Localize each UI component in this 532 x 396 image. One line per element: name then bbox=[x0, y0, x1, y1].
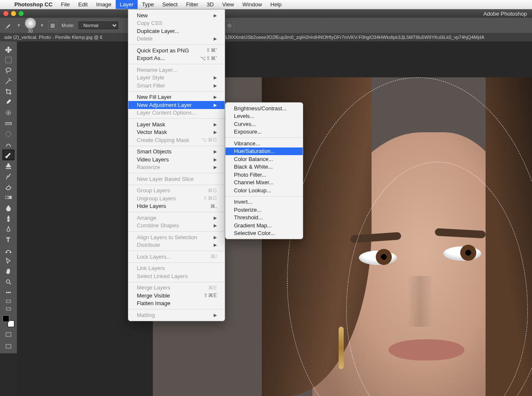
tool-direct[interactable] bbox=[3, 255, 14, 266]
tool-history[interactable] bbox=[3, 171, 14, 181]
document-tab-bar: ade (2)_vertical. Photo - Pernille Klemp… bbox=[0, 33, 532, 41]
menubar-item-image[interactable]: Image bbox=[92, 0, 116, 9]
gradient-icon bbox=[5, 194, 12, 201]
menubar-item-filter[interactable]: Filter bbox=[182, 0, 203, 9]
layer-menu-hide-layers[interactable]: Hide Layers⌘, bbox=[128, 202, 225, 210]
layer-menu-video-layers[interactable]: Video Layers▶ bbox=[128, 156, 225, 164]
tool-eyedropper[interactable] bbox=[3, 97, 14, 107]
layer-menu-smart-objects[interactable]: Smart Objects▶ bbox=[128, 148, 225, 156]
tool-ruler[interactable] bbox=[3, 118, 14, 128]
layer-menu-vector-mask[interactable]: Vector Mask▶ bbox=[128, 128, 225, 137]
menubar-item-window[interactable]: Window bbox=[238, 0, 266, 9]
adjustment-menu-color-balance[interactable]: Color Balance... bbox=[225, 155, 303, 163]
foreground-background-colors[interactable] bbox=[3, 315, 14, 327]
adjustment-menu-brightness-contrast[interactable]: Brightness/Contrast... bbox=[225, 104, 303, 112]
edit-toolbar-button[interactable] bbox=[3, 298, 14, 305]
menubar-item-3d[interactable]: 3D bbox=[203, 0, 218, 9]
layer-menu-quick-export-as-png[interactable]: Quick Export as PNG⇧⌘' bbox=[128, 46, 225, 55]
menu-item-label: Ungroup Layers bbox=[137, 195, 176, 202]
tool-stamp[interactable] bbox=[3, 160, 14, 171]
tool-brush[interactable] bbox=[3, 150, 14, 160]
history-icon bbox=[5, 173, 12, 180]
tool-more[interactable] bbox=[3, 287, 14, 298]
tool-crop[interactable] bbox=[3, 86, 14, 97]
menu-item-label: Threshold... bbox=[234, 214, 263, 221]
brush-preview-icon[interactable] bbox=[25, 18, 36, 29]
adjustment-menu-hue-saturation[interactable]: Hue/Saturation... bbox=[225, 147, 303, 156]
tool-path[interactable] bbox=[3, 245, 14, 255]
adjustment-menu-photo-filter[interactable]: Photo Filter... bbox=[225, 171, 303, 179]
adjustment-menu-selective-color[interactable]: Selective Color... bbox=[225, 229, 303, 238]
adjustment-menu-levels[interactable]: Levels... bbox=[225, 112, 303, 120]
adjustment-menu-posterize[interactable]: Posterize... bbox=[225, 206, 303, 214]
blend-mode-select[interactable]: Normal bbox=[79, 22, 118, 29]
layer-menu-rasterize: Rasterize▶ bbox=[128, 164, 225, 172]
tool-lasso[interactable] bbox=[3, 65, 14, 76]
tool-marquee[interactable] bbox=[3, 55, 14, 65]
document-tab-right[interactable]: lmfZPYk5SJ9XXmkUSb2oeee3O2fEup3m0_zqIH2H… bbox=[204, 35, 485, 40]
adjustment-menu-curves[interactable]: Curves... bbox=[225, 120, 303, 128]
menu-item-label: Video Layers bbox=[137, 156, 169, 163]
tool-mixer[interactable] bbox=[3, 139, 14, 150]
svg-text:T: T bbox=[6, 236, 10, 243]
wand-icon bbox=[5, 78, 12, 85]
menubar-item-edit[interactable]: Edit bbox=[74, 0, 92, 9]
layer-menu-export-as[interactable]: Export As...⌥⇧⌘' bbox=[128, 55, 225, 63]
adjustment-menu-vibrance[interactable]: Vibrance... bbox=[225, 139, 303, 147]
tool-zoom[interactable] bbox=[3, 276, 14, 287]
adjustment-menu-channel-mixer[interactable]: Channel Mixer... bbox=[225, 179, 303, 187]
layer-menu-new-adjustment-layer[interactable]: New Adjustment Layer▶ bbox=[128, 101, 225, 109]
blur-icon bbox=[5, 205, 12, 211]
adjustment-menu-color-lookup[interactable]: Color Lookup... bbox=[225, 186, 303, 194]
brush-dropdown-icon[interactable]: ▼ bbox=[17, 23, 21, 27]
tool-move[interactable] bbox=[3, 44, 14, 55]
tool-type[interactable]: T bbox=[3, 234, 14, 245]
adjustment-menu-exposure[interactable]: Exposure... bbox=[225, 128, 303, 136]
menubar-item-type[interactable]: Type bbox=[138, 0, 158, 9]
menubar-item-select[interactable]: Select bbox=[158, 0, 182, 9]
menu-item-label: Layer Content Options... bbox=[137, 109, 196, 116]
window-minimize-button[interactable] bbox=[11, 11, 16, 16]
adjustment-menu-invert[interactable]: Invert... bbox=[225, 198, 303, 206]
menubar-item-view[interactable]: View bbox=[218, 0, 238, 9]
layer-menu-layer-style: Layer Style▶ bbox=[128, 74, 225, 82]
menubar-item-layer[interactable]: Layer bbox=[116, 0, 138, 9]
tool-pen[interactable] bbox=[3, 224, 14, 234]
tool-wand[interactable] bbox=[3, 76, 14, 86]
adjustment-menu-gradient-map[interactable]: Gradient Map... bbox=[225, 221, 303, 229]
foreground-color-swatch[interactable] bbox=[3, 315, 9, 322]
screen-mode-button[interactable] bbox=[3, 330, 14, 339]
tool-healing[interactable] bbox=[3, 107, 14, 118]
document-tab-left[interactable]: ade (2)_vertical. Photo - Pernille Klemp… bbox=[4, 35, 103, 40]
layer-menu-duplicate-layer[interactable]: Duplicate Layer... bbox=[128, 27, 225, 35]
submenu-arrow-icon: ▶ bbox=[214, 83, 217, 88]
tool-dodge[interactable] bbox=[3, 213, 14, 224]
airbrush-button[interactable]: ◎ bbox=[225, 21, 234, 30]
layer-menu-new-fill-layer[interactable]: New Fill Layer▶ bbox=[128, 93, 225, 101]
window-close-button[interactable] bbox=[3, 11, 8, 16]
tool-patch[interactable] bbox=[3, 128, 14, 139]
layer-menu-merge-visible[interactable]: Merge Visible⇧⌘E bbox=[128, 292, 225, 300]
brush-panel-button[interactable]: ▦ bbox=[48, 21, 57, 30]
window-maximize-button[interactable] bbox=[19, 11, 24, 16]
tool-blur[interactable] bbox=[3, 202, 14, 213]
adjustment-menu-threshold[interactable]: Threshold... bbox=[225, 214, 303, 222]
tool-gradient[interactable] bbox=[3, 192, 14, 202]
layer-menu-layer-mask[interactable]: Layer Mask▶ bbox=[128, 120, 225, 128]
layer-menu-new[interactable]: New▶ bbox=[128, 11, 225, 19]
more2-button[interactable] bbox=[3, 342, 14, 351]
tool-eraser[interactable] bbox=[3, 181, 14, 192]
tool-hand[interactable] bbox=[3, 266, 14, 276]
adjustment-menu-black-white[interactable]: Black & White... bbox=[225, 163, 303, 171]
brush-size-dropdown-icon[interactable]: ▼ bbox=[40, 23, 44, 27]
menu-item-label: Color Balance... bbox=[234, 156, 273, 162]
quickmask-button[interactable] bbox=[3, 305, 14, 313]
svg-rect-0 bbox=[5, 57, 11, 63]
menu-item-label: Rename Layer... bbox=[137, 67, 177, 73]
brush-icon bbox=[5, 152, 12, 158]
layer-menu-flatten-image[interactable]: Flatten Image bbox=[128, 300, 225, 308]
hand-icon bbox=[5, 268, 12, 275]
menubar-item-help[interactable]: Help bbox=[266, 0, 286, 9]
app-name[interactable]: Photoshop CC bbox=[10, 1, 57, 8]
menubar-item-file[interactable]: File bbox=[57, 0, 74, 9]
